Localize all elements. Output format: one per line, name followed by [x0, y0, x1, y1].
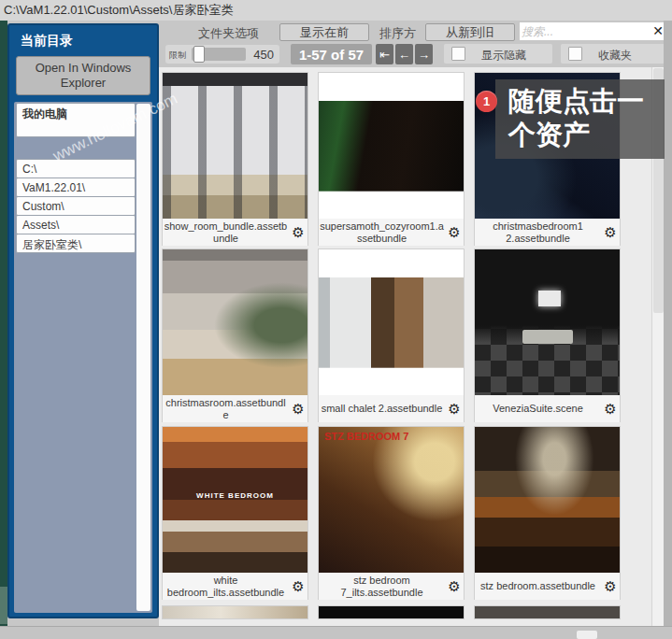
gear-icon[interactable]: ⚙	[289, 224, 307, 241]
asset-thumbnail	[319, 73, 464, 219]
show-hidden-checkbox[interactable]	[451, 47, 465, 61]
asset-label: show_room_bundle.assetbundle	[163, 220, 289, 243]
asset-label: supersamoth_cozyroom1.assetbundle	[319, 220, 445, 243]
sidebar-scrollbar[interactable]	[136, 104, 150, 611]
slider-handle-icon[interactable]	[193, 46, 205, 63]
asset-thumbnail	[163, 73, 307, 219]
prev-page-button[interactable]: ←	[395, 44, 413, 64]
directory-list: 我的电脑C:\VaM1.22.01\Custom\Assets\居家卧室类\	[14, 102, 152, 613]
favorites-toggle[interactable]: 收藏夹	[561, 44, 666, 64]
show-hidden-toggle[interactable]: 显示隐藏	[444, 44, 552, 64]
asset-tile[interactable]: supersamoth_cozyroom1.assetbundle⚙	[318, 72, 465, 246]
sort-order-button[interactable]: 从新到旧	[425, 23, 515, 41]
asset-tile[interactable]: VeneziaSuite.scene⚙	[474, 248, 621, 422]
gear-icon[interactable]: ⚙	[445, 401, 464, 418]
asset-tile[interactable]: STZ BEDROOM 7stz bedroom 7_ilts.assetbun…	[318, 426, 465, 600]
asset-tile-partial[interactable]	[318, 605, 465, 619]
show-infront-button[interactable]: 显示在前	[279, 23, 369, 41]
asset-thumbnail: WHITE BEDROOM	[163, 427, 307, 573]
asset-label: VeneziaSuite.scene	[475, 403, 601, 414]
next-page-button[interactable]: →	[415, 44, 433, 64]
gear-icon[interactable]: ⚙	[445, 578, 464, 595]
folder-options-button[interactable]: 文件夹选项	[198, 25, 259, 42]
favorites-checkbox[interactable]	[568, 47, 582, 61]
asset-thumbnail	[475, 427, 620, 573]
asset-tile[interactable]: christmasroom.assetbundle⚙	[162, 248, 308, 422]
tutorial-annotation-text: 随便点击一个资产	[495, 79, 656, 152]
asset-label: christmasbedroom1 2.assetbundle	[475, 220, 601, 243]
limit-slider-group: 限制 450	[165, 45, 279, 64]
gear-icon[interactable]: ⚙	[289, 578, 307, 595]
bottom-bar	[0, 626, 672, 639]
gear-icon[interactable]: ⚙	[289, 401, 307, 418]
sidebar-item-drive-c[interactable]: C:\	[16, 159, 136, 178]
asset-tile[interactable]: show_room_bundle.assetbundle⚙	[162, 72, 308, 246]
page-count-badge: 1-57 of 57	[291, 44, 372, 64]
asset-label: stz bedroom.assetbundle	[475, 580, 601, 591]
gear-icon[interactable]: ⚙	[601, 578, 620, 595]
background-strip	[0, 21, 7, 626]
window-edge	[664, 21, 672, 626]
asset-thumbnail	[319, 249, 464, 395]
sort-label: 排序方	[379, 25, 416, 42]
app-window: C:\VaM1.22.01\Custom\Assets\居家卧室类 文件夹选项 …	[0, 0, 672, 639]
thumbnail-caption: STZ BEDROOM 7	[324, 431, 408, 442]
asset-thumbnail	[475, 249, 620, 395]
asset-label: white bedroom_ilts.assetbundle	[163, 575, 289, 597]
path-titlebar: C:\VaM1.22.01\Custom\Assets\居家卧室类	[0, 0, 672, 21]
current-directory-panel: 当前目录 Open In Windows Explorer 我的电脑C:\VaM…	[7, 23, 159, 618]
limit-label: 限制	[169, 50, 186, 62]
sidebar-item-my-computer[interactable]: 我的电脑	[16, 103, 136, 137]
gear-icon[interactable]: ⚙	[601, 224, 620, 241]
show-hidden-label: 显示隐藏	[481, 48, 526, 64]
asset-thumbnail	[163, 249, 307, 395]
gear-icon[interactable]: ⚙	[445, 224, 464, 241]
gear-icon[interactable]: ⚙	[601, 401, 620, 418]
sidebar-item-assets-folder[interactable]: Assets\	[16, 215, 136, 234]
open-explorer-button[interactable]: Open In Windows Explorer	[16, 56, 150, 95]
first-page-button[interactable]: ⇤	[376, 44, 393, 64]
asset-tile[interactable]: WHITE BEDROOMwhite bedroom_ilts.assetbun…	[162, 426, 308, 600]
favorites-label: 收藏夹	[598, 48, 632, 64]
search-box: ✕	[520, 22, 666, 40]
sidebar-item-current-category[interactable]: 居家卧室类\	[16, 234, 136, 253]
asset-label: christmasroom.assetbundle	[163, 397, 289, 419]
step-badge: 1	[476, 91, 497, 112]
asset-thumbnail: STZ BEDROOM 7	[319, 427, 464, 573]
sidebar-item-vam-folder[interactable]: VaM1.22.01\	[16, 178, 136, 197]
tutorial-annotation: 随便点击一个资产	[495, 79, 665, 159]
asset-label: small chalet 2.assetbundle	[319, 403, 445, 414]
sidebar-item-spacer	[16, 136, 136, 160]
asset-tile-partial[interactable]	[162, 605, 308, 619]
sidebar-title: 当前目录	[21, 33, 73, 50]
asset-tile-partial[interactable]	[474, 605, 621, 619]
asset-tile[interactable]: stz bedroom.assetbundle⚙	[474, 426, 621, 600]
background-strip-light	[0, 587, 7, 624]
limit-slider[interactable]	[192, 48, 246, 61]
limit-value: 450	[253, 48, 274, 62]
thumbnail-caption: WHITE BEDROOM	[163, 491, 307, 500]
cutoff-checkbox	[577, 631, 597, 639]
search-clear-icon[interactable]: ✕	[652, 23, 664, 38]
sidebar-item-custom-folder[interactable]: Custom\	[16, 196, 136, 216]
asset-label: stz bedroom 7_ilts.assetbundle	[319, 575, 445, 597]
search-input[interactable]	[522, 22, 647, 40]
asset-tile[interactable]: small chalet 2.assetbundle⚙	[318, 248, 465, 422]
